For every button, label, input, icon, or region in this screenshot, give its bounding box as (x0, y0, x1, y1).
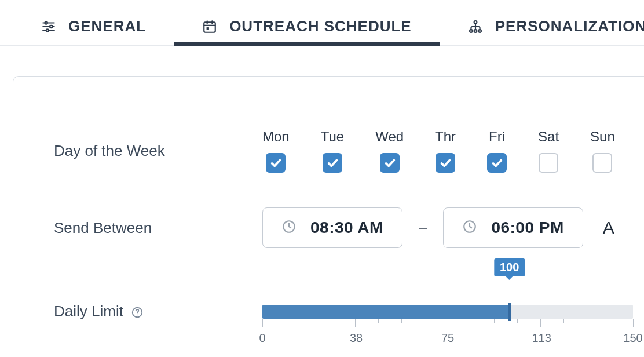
slider-track[interactable] (262, 305, 633, 319)
end-time-value: 06:00 PM (491, 218, 564, 237)
svg-point-3 (50, 25, 52, 27)
day-checkbox-sat[interactable] (539, 153, 558, 173)
send-between-row: Send Between 08:30 AM – 06:00 PM A (54, 207, 644, 248)
day-checkbox-mon[interactable] (266, 153, 286, 173)
svg-rect-6 (204, 22, 215, 32)
tab-label: PERSONALIZATION (495, 17, 644, 35)
day-checkbox-sun[interactable] (592, 153, 612, 173)
daily-limit-slider[interactable]: 100 03875113150 (262, 283, 633, 345)
tab-schedule[interactable]: OUTREACH SCHEDULE (202, 17, 412, 46)
tab-label: GENERAL (68, 17, 146, 35)
daily-limit-label-text: Daily Limit (54, 303, 123, 320)
start-time-value: 08:30 AM (310, 218, 383, 237)
slider-value-bubble: 100 (494, 258, 525, 276)
day-checkbox-group: MonTueWedThrFriSatSun (262, 129, 615, 173)
daily-limit-row: Daily Limit 100 03875113150 (54, 283, 644, 345)
sitemap-icon (467, 19, 484, 35)
tab-personalization[interactable]: PERSONALIZATION (467, 17, 644, 46)
calendar-icon (202, 19, 218, 35)
slider-tick-label: 75 (441, 332, 454, 345)
start-time-input[interactable]: 08:30 AM (262, 207, 402, 248)
sliders-icon (41, 19, 57, 35)
send-between-label: Send Between (54, 219, 262, 237)
time-separator: – (419, 219, 427, 237)
day-checkbox-wed[interactable] (380, 153, 400, 173)
help-icon[interactable] (131, 306, 144, 319)
day-label: Mon (262, 129, 290, 145)
daily-limit-label: Daily Limit (54, 283, 262, 320)
time-range-group: 08:30 AM – 06:00 PM A (262, 207, 614, 248)
day-wed: Wed (375, 129, 404, 173)
cutoff-text-fragment: A (603, 218, 614, 238)
day-checkbox-tue[interactable] (323, 153, 342, 173)
day-checkbox-thr[interactable] (436, 153, 455, 173)
day-fri: Fri (487, 129, 507, 173)
day-label: Fri (489, 129, 505, 145)
slider-tick-label: 113 (532, 332, 551, 345)
day-tue: Tue (321, 129, 344, 173)
day-sat: Sat (538, 129, 559, 173)
day-sun: Sun (590, 129, 615, 173)
svg-point-1 (45, 21, 47, 24)
day-label: Sun (590, 129, 615, 145)
day-thr: Thr (435, 129, 456, 173)
svg-rect-10 (207, 27, 209, 30)
slider-tick-label: 150 (623, 332, 642, 345)
tabs-bar: GENERALOUTREACH SCHEDULEPERSONALIZATION (0, 0, 644, 46)
day-of-week-label: Day of the Week (54, 142, 262, 160)
tab-general[interactable]: GENERAL (41, 17, 146, 46)
day-label: Tue (321, 129, 344, 145)
slider-tick-label: 38 (350, 332, 363, 345)
day-label: Wed (375, 129, 404, 145)
end-time-input[interactable]: 06:00 PM (443, 207, 583, 248)
day-label: Thr (435, 129, 456, 145)
clock-icon (462, 219, 477, 236)
day-label: Sat (538, 129, 559, 145)
day-mon: Mon (262, 129, 290, 173)
slider-fill (262, 305, 510, 319)
clock-icon (281, 219, 297, 236)
tab-label: OUTREACH SCHEDULE (229, 17, 412, 35)
svg-point-18 (137, 315, 137, 315)
slider-tick-label: 0 (259, 332, 265, 345)
slider-tick-labels: 03875113150 (262, 332, 633, 345)
svg-point-5 (46, 29, 49, 31)
day-checkbox-fri[interactable] (487, 153, 507, 173)
slider-value-text: 100 (500, 261, 519, 274)
day-of-week-row: Day of the Week MonTueWedThrFriSatSun (54, 129, 644, 173)
schedule-panel: Day of the Week MonTueWedThrFriSatSun Se… (13, 76, 644, 354)
slider-ticks (262, 319, 633, 328)
